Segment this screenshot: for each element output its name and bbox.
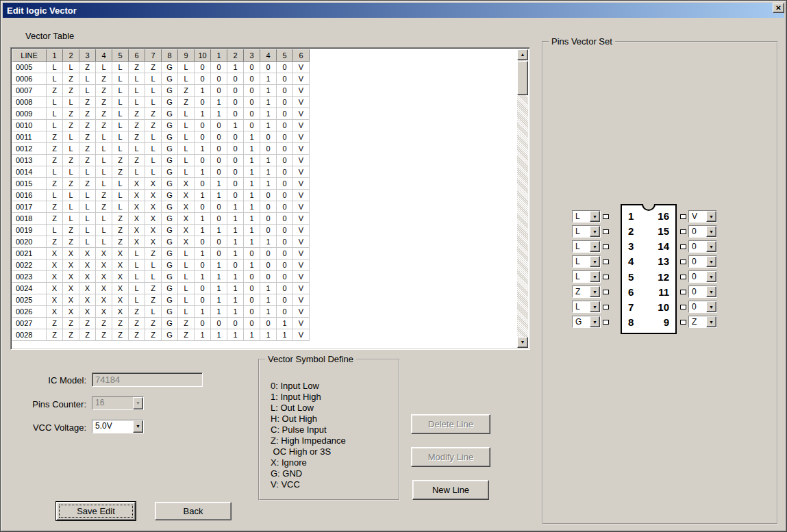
table-row[interactable]: 0027ZZZZZZZGZ000001V [12,318,517,329]
vector-cell: 0 [211,236,227,248]
vector-cell: Z [96,190,112,201]
pin-vector-select[interactable]: L▼ [572,301,601,313]
table-row[interactable]: 0024XXXXXLZGL011010V [12,283,517,294]
chevron-down-icon[interactable]: ▼ [590,301,600,312]
pin-stub [680,244,686,249]
table-row[interactable]: 0007ZZLZLLLGZ100010V [12,85,517,97]
vector-cell: 1 [211,329,227,341]
pin-vector-select[interactable]: L▼ [572,210,601,223]
legend-line: 0: Input Low [271,381,346,392]
pin-vector-select[interactable]: 0▼ [688,286,717,298]
vertical-scrollbar[interactable]: ▲ ▼ [517,49,528,348]
pin-vector-select[interactable]: 0▼ [688,240,717,253]
table-row[interactable]: 0005LLZLLZZGL001000V [12,62,517,73]
vector-cell: Z [96,85,112,97]
table-row[interactable]: 0006LZLZLLLGL000010V [12,73,517,85]
vector-cell: 0 [260,318,277,329]
chevron-down-icon[interactable]: ▼ [706,271,716,282]
save-edit-button[interactable]: Save Edit [56,502,136,520]
vector-cell: L [112,131,129,143]
table-row[interactable]: 0016LLLZLXXGX110100V [12,190,517,201]
ic-model-field[interactable] [92,372,203,387]
table-row[interactable]: 0010LZZZLZZGL001010V [12,120,517,131]
chevron-down-icon[interactable]: ▼ [706,286,716,297]
table-row[interactable]: 0018ZLLLZXXGX101100V [12,213,517,225]
scroll-down-icon[interactable]: ▼ [517,337,528,348]
chevron-down-icon[interactable]: ▼ [590,256,600,267]
chevron-down-icon[interactable]: ▼ [590,226,600,237]
new-line-button[interactable]: New Line [412,480,489,500]
scrollbar-thumb[interactable] [517,61,528,95]
chevron-down-icon[interactable]: ▼ [706,241,716,252]
table-row[interactable]: 0011ZLZLLZLGL000100V [12,131,517,143]
vector-cell: L [47,190,63,201]
chevron-down-icon[interactable]: ▼ [706,226,716,237]
table-row[interactable]: 0015ZZZLLXXGX010110V [12,178,517,190]
vector-cell: Z [145,318,162,329]
table-row[interactable]: 0028ZZZZZZZGZ111111V [12,329,517,341]
back-button[interactable]: Back [155,502,232,520]
scroll-up-icon[interactable]: ▲ [517,49,528,60]
table-row[interactable]: 0008LLZZLLLGZ010010V [12,97,517,108]
pin-vector-select[interactable]: G▼ [572,316,601,328]
pins-counter-select[interactable]: 16 ▼ [92,396,144,410]
vector-cell: X [145,178,162,190]
vector-cell: V [293,166,310,178]
pin-vector-value: 0 [689,226,706,237]
vector-cell: L [63,190,79,201]
vector-cell: V [293,259,310,271]
modify-line-button[interactable]: Modify Line [411,447,490,467]
table-row[interactable]: 0014LLLLZLLGL100110V [12,166,517,178]
vector-cell: X [129,178,145,190]
chevron-down-icon[interactable]: ▼ [590,286,600,297]
close-icon[interactable]: ✕ [773,3,784,13]
pins-vector-set-label: Pins Vector Set [549,36,615,47]
vector-cell: 1 [244,225,260,236]
pin-vector-select[interactable]: Z▼ [688,316,717,328]
vector-cell: G [162,143,178,155]
chevron-down-icon[interactable]: ▼ [590,241,600,252]
chevron-down-icon[interactable]: ▼ [590,271,600,282]
chevron-down-icon[interactable]: ▼ [706,316,716,327]
vector-cell: L [112,178,129,190]
titlebar[interactable]: Edit logic Vector [3,3,784,18]
pin-vector-select[interactable]: 0▼ [688,225,717,238]
ic-chip-diagram: 12345678 161514131211109 [621,204,677,334]
chevron-down-icon[interactable]: ▼ [590,316,600,327]
pin-vector-select[interactable]: L▼ [572,255,601,268]
pin-vector-select[interactable]: Z▼ [572,286,601,298]
chevron-down-icon[interactable]: ▼ [590,211,600,222]
table-row[interactable]: 0009LZZZLZZGL110010V [12,108,517,120]
pin-vector-select[interactable]: V▼ [688,210,717,223]
pin-vector-select[interactable]: L▼ [572,225,601,238]
chevron-down-icon[interactable]: ▼ [706,256,716,267]
pin-vector-select[interactable]: L▼ [572,270,601,283]
table-row[interactable]: 0022XXXXXLLGL010100V [12,259,517,271]
table-row[interactable]: 0013ZZZLZZLGL000110V [12,155,517,166]
chevron-down-icon[interactable]: ▼ [133,397,143,409]
vector-cell: 0 [227,259,244,271]
vector-cell: L [96,236,112,248]
vcc-voltage-select[interactable]: 5.0V ▼ [92,420,144,433]
pin-vector-select[interactable]: L▼ [572,240,601,253]
table-header-cell: 6 [129,49,145,62]
table-row[interactable]: 0023XXXXXLLGL111000V [12,271,517,283]
chevron-down-icon[interactable]: ▼ [706,211,716,222]
table-row[interactable]: 0012ZLZLLLLGL100100V [12,143,517,155]
table-row[interactable]: 0019LZLLZXXGX111100V [12,225,517,236]
pin-vector-select[interactable]: 0▼ [688,270,717,283]
table-row[interactable]: 0021XXXXXLZGL101000V [12,248,517,259]
chevron-down-icon[interactable]: ▼ [133,420,143,433]
chevron-down-icon[interactable]: ▼ [706,301,716,312]
table-row[interactable]: 0017ZLLZLXXGX001100V [12,201,517,213]
vector-cell: 0 [277,248,293,259]
pin-vector-select[interactable]: 0▼ [688,255,717,268]
table-row[interactable]: 0020ZZLLZXXGX001110V [12,236,517,248]
table-header-cell: 3 [244,49,260,62]
delete-line-button[interactable]: Delete Line [411,414,490,434]
vector-cell: 1 [227,213,244,225]
pin-vector-select[interactable]: 0▼ [688,301,717,313]
vector-cell: 1 [211,225,227,236]
table-row[interactable]: 0026XXXXXZLGL111010V [12,306,517,318]
table-row[interactable]: 0025XXXXXLZGL011010V [12,294,517,306]
